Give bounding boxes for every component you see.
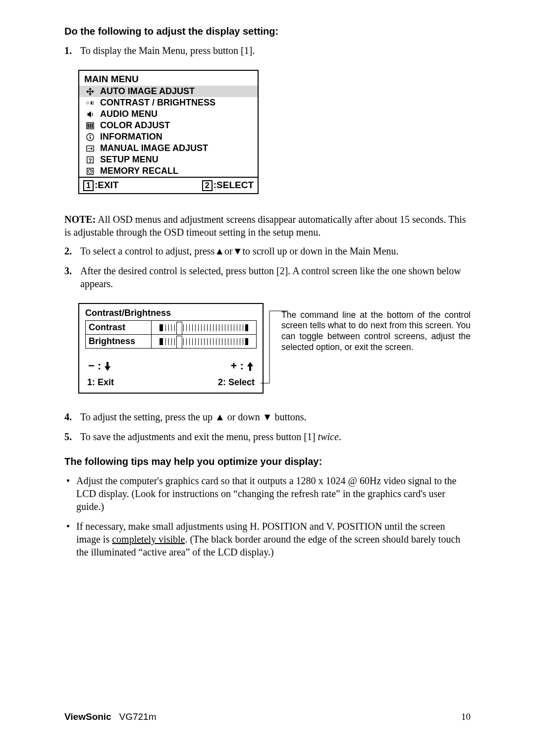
cb-footer-select[interactable]: 2: Select (218, 377, 255, 388)
menu-item-label: MEMORY RECALL (100, 166, 178, 176)
callout-leader-line (261, 310, 290, 384)
menu-item-label: SETUP MENU (100, 154, 159, 165)
svg-rect-12 (88, 123, 89, 128)
note-label: NOTE: (64, 214, 96, 225)
step4-num: 4. (64, 410, 80, 423)
menu-item-color-adjust[interactable]: COLOR ADJUST (79, 120, 258, 131)
step2-num: 2. (64, 245, 80, 257)
menu-item-label: CONTRAST / BRIGHTNESS (100, 98, 215, 108)
sun-contrast-icon (84, 99, 96, 107)
svg-point-16 (90, 135, 91, 136)
menu-item-label: MANUAL IMAGE ADJUST (100, 143, 208, 153)
step2-text: To select a control to adjust, press▲or▼… (80, 245, 471, 257)
footer-pagenum: 10 (461, 711, 471, 722)
footer-left: ViewSonic VG721m (64, 711, 157, 722)
note-paragraph: NOTE: All OSD menus and adjustment scree… (64, 213, 471, 239)
menu-item-audio-menu[interactable]: AUDIO MENU (79, 108, 258, 120)
adjust-screen-icon (84, 144, 96, 153)
main-menu-select[interactable]: 2:SELECT (202, 180, 254, 191)
menu-item-manual-image-adjust[interactable]: MANUAL IMAGE ADJUST (79, 143, 258, 154)
cb-contrast-label: Contrast (86, 321, 152, 335)
menu-item-memory-recall[interactable]: MEMORY RECALL (79, 165, 258, 177)
cb-footer-exit[interactable]: 1: Exit (87, 377, 114, 388)
speaker-audio-icon (84, 110, 96, 119)
tip2-underline: completely visible (112, 534, 185, 545)
section-heading-1: Do the following to adjust the display s… (64, 26, 471, 37)
menu-item-label: COLOR ADJUST (100, 120, 170, 131)
tip2-text: If necessary, make small adjustments usi… (76, 520, 471, 558)
note-text: All OSD menus and adjustment screens dis… (64, 214, 466, 238)
section-heading-2: The following tips may help you optimize… (64, 456, 471, 467)
svg-line-7 (86, 103, 87, 104)
recall-clock-icon (84, 167, 96, 176)
step3-num: 3. (64, 264, 80, 290)
menu-item-setup-menu[interactable]: ? SETUP MENU (79, 154, 258, 165)
menu-item-auto-image-adjust[interactable]: AUTO IMAGE ADJUST (79, 86, 258, 97)
cb-caption-text: The command line at the bottom of the co… (281, 310, 471, 353)
bullet-icon: • (66, 520, 76, 558)
svg-line-6 (89, 101, 89, 102)
step5-post: . (339, 431, 341, 442)
menu-item-label: INFORMATION (100, 132, 162, 142)
menu-item-contrast-brightness[interactable]: CONTRAST / BRIGHTNESS (79, 97, 258, 108)
menu-item-label: AUDIO MENU (100, 109, 158, 119)
svg-point-0 (87, 102, 89, 104)
move-crosshair-icon (84, 87, 96, 96)
step1-text: To display the Main Menu, press button [… (80, 44, 471, 57)
footer-brand: ViewSonic (64, 711, 111, 722)
svg-rect-14 (92, 123, 93, 128)
cb-contrast-slider[interactable] (152, 321, 257, 335)
info-circle-icon (84, 133, 96, 142)
key-2: 2 (202, 180, 213, 191)
exit-label: :EXIT (95, 180, 119, 190)
cb-brightness-slider[interactable] (152, 335, 257, 349)
menu-item-label: AUTO IMAGE ADJUST (100, 86, 195, 97)
svg-text:?: ? (88, 156, 92, 163)
svg-rect-13 (90, 123, 91, 128)
step3-text: After the desired control is selected, p… (80, 264, 471, 290)
step5-pre: To save the adjustments and exit the men… (80, 431, 318, 442)
footer-model: VG721m (119, 711, 157, 722)
main-menu-title: MAIN MENU (79, 71, 258, 86)
question-box-icon: ? (84, 155, 96, 164)
select-label: :SELECT (214, 180, 254, 190)
step1-num: 1. (64, 44, 80, 57)
cb-decrease-hint: − : (88, 359, 111, 372)
contrast-brightness-panel: Contrast/Brightness Contrast Brightness … (78, 303, 264, 394)
step5-num: 5. (64, 430, 80, 443)
step5-text: To save the adjustments and exit the men… (80, 430, 471, 443)
tip1-text: Adjust the computer's graphics card so t… (76, 474, 471, 513)
main-menu-panel: MAIN MENU AUTO IMAGE ADJUST CONTRAST / B… (78, 70, 259, 194)
step5-em: twice (318, 431, 339, 442)
svg-point-19 (91, 148, 93, 150)
svg-rect-10 (91, 101, 92, 104)
menu-item-information[interactable]: INFORMATION (79, 131, 258, 143)
step4-text: To adjust the setting, press the up ▲ or… (80, 410, 471, 423)
bullet-icon: • (66, 474, 76, 513)
cb-increase-hint: + : (231, 359, 254, 372)
cb-brightness-label: Brightness (86, 335, 152, 349)
cb-panel-title: Contrast/Brightness (79, 304, 263, 320)
main-menu-exit[interactable]: 1:EXIT (83, 180, 118, 191)
svg-line-5 (86, 101, 87, 102)
svg-line-8 (89, 103, 89, 104)
svg-rect-17 (90, 136, 91, 139)
color-bars-icon (84, 121, 96, 130)
key-1: 1 (83, 180, 94, 191)
